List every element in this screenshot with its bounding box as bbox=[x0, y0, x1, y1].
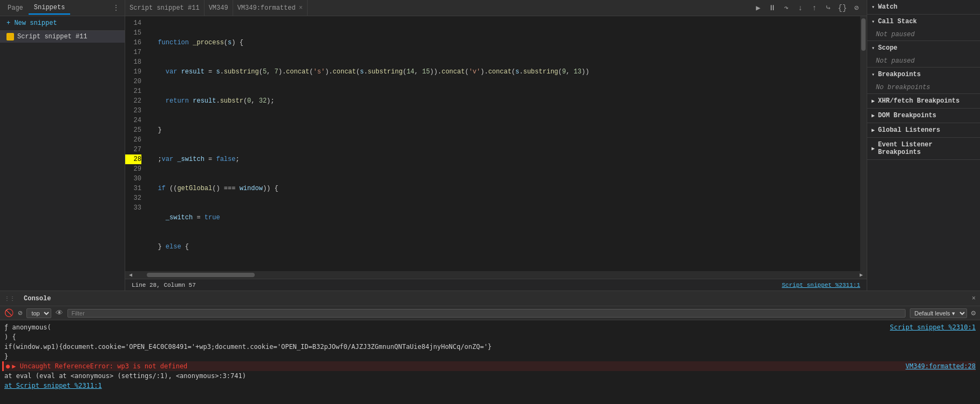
global-section: ▶ Global Listeners bbox=[867, 123, 980, 138]
event-label: Event Listener Breakpoints bbox=[878, 141, 976, 156]
callstack-arrow-icon: ▾ bbox=[872, 18, 875, 25]
pause-button[interactable]: ⏸ bbox=[766, 2, 778, 14]
global-label: Global Listeners bbox=[878, 126, 940, 134]
scope-label: Scope bbox=[878, 44, 897, 52]
code-line-20: _switch = true bbox=[146, 213, 860, 223]
run-snippet-button[interactable]: ▶ bbox=[752, 2, 764, 14]
sidebar-tab-page[interactable]: Page bbox=[2, 2, 29, 14]
bottom-panel: ⋮⋮ Console × 🚫 ⊘ top 👁 Default levels ▾ … bbox=[0, 291, 980, 404]
console-level-selector[interactable]: Default levels ▾ bbox=[910, 308, 967, 318]
vertical-scrollbar[interactable] bbox=[860, 16, 867, 271]
global-header[interactable]: ▶ Global Listeners bbox=[867, 123, 980, 137]
code-line-17: } bbox=[146, 125, 860, 135]
scope-content: Not paused bbox=[867, 55, 980, 67]
xhr-section: ▶ XHR/fetch Breakpoints bbox=[867, 94, 980, 109]
watch-arrow-icon: ▾ bbox=[872, 4, 875, 10]
callstack-label: Call Stack bbox=[878, 18, 917, 25]
callstack-content: Not paused bbox=[867, 29, 980, 41]
watch-label: Watch bbox=[878, 3, 897, 11]
sidebar-more-icon[interactable]: ⋮ bbox=[110, 2, 122, 14]
format-button[interactable]: {} bbox=[836, 2, 848, 14]
callstack-header[interactable]: ▾ Call Stack bbox=[867, 15, 980, 29]
scroll-track[interactable] bbox=[136, 273, 856, 277]
code-line-15: var result = s.substring(5, 7).concat('s… bbox=[146, 67, 860, 77]
scroll-right-button[interactable]: ▶ bbox=[856, 272, 867, 278]
code-line-16: return result.substr(0, 32); bbox=[146, 96, 860, 106]
right-panel: ▾ Watch ▾ Call Stack Not paused ▾ Scope … bbox=[867, 0, 980, 291]
console-prohibit-icon[interactable]: 🚫 bbox=[4, 308, 13, 318]
code-line-14: function _process(s) { bbox=[146, 38, 860, 48]
step-into-button[interactable]: ↓ bbox=[794, 2, 806, 14]
console-gear-icon[interactable]: ⚙ bbox=[971, 308, 976, 318]
console-line-1-link[interactable]: Script snippet %2310:1 bbox=[890, 324, 976, 331]
xhr-header[interactable]: ▶ XHR/fetch Breakpoints bbox=[867, 94, 980, 108]
console-line-3-text: if(window.wp1){document.cookie='OPEN_E4C… bbox=[4, 343, 492, 351]
scope-header[interactable]: ▾ Scope bbox=[867, 41, 980, 55]
console-eye-icon[interactable]: 👁 bbox=[56, 309, 63, 318]
code-status-bar: Line 28, Column 57 Script snippet %2311:… bbox=[125, 279, 867, 291]
breakpoints-arrow-icon: ▾ bbox=[872, 71, 875, 78]
dom-arrow-icon: ▶ bbox=[872, 112, 875, 119]
console-line-2: ) { bbox=[4, 332, 976, 342]
console-title: Console bbox=[24, 295, 51, 302]
code-area: Script snippet #11 VM349 VM349:formatted… bbox=[125, 0, 867, 291]
breakpoints-section: ▾ Breakpoints No breakpoints bbox=[867, 68, 980, 94]
deactivate-button[interactable]: ⊘ bbox=[850, 2, 862, 14]
console-error-sub1-text: at eval (eval at <anonymous> (settings/:… bbox=[4, 372, 246, 380]
console-close-icon[interactable]: × bbox=[972, 295, 976, 302]
step-over-button[interactable]: ↷ bbox=[780, 2, 792, 14]
line-numbers: 14 15 16 17 18 19 20 21 22 23 24 25 26 2… bbox=[125, 16, 146, 271]
horizontal-scrollbar[interactable]: ◀ ▶ bbox=[125, 271, 867, 279]
breakpoints-header[interactable]: ▾ Breakpoints bbox=[867, 68, 980, 82]
tab-vm349formatted[interactable]: VM349:formatted × bbox=[233, 0, 308, 16]
tab-close-icon[interactable]: × bbox=[299, 4, 303, 12]
tab-snippet11[interactable]: Script snippet #11 bbox=[125, 0, 205, 16]
console-toolbar: 🚫 ⊘ top 👁 Default levels ▾ ⚙ bbox=[0, 306, 980, 320]
console-line-4-text: } bbox=[4, 353, 8, 360]
global-arrow-icon: ▶ bbox=[872, 127, 875, 133]
code-content[interactable]: function _process(s) { var result = s.su… bbox=[146, 16, 860, 271]
breakpoints-label: Breakpoints bbox=[878, 71, 921, 78]
sidebar-tab-snippets[interactable]: Snippets bbox=[29, 2, 71, 15]
step-next-button[interactable]: ⤷ bbox=[822, 2, 834, 14]
console-line-4: } bbox=[4, 352, 976, 361]
scope-section: ▾ Scope Not paused bbox=[867, 41, 980, 68]
console-filter-input[interactable] bbox=[67, 309, 905, 318]
tab-vm349-label: VM349 bbox=[209, 4, 228, 12]
code-line-18: ;var _switch = false; bbox=[146, 154, 860, 164]
scope-arrow-icon: ▾ bbox=[872, 45, 875, 51]
console-error-link[interactable]: VM349:formatted:28 bbox=[906, 362, 976, 370]
code-link[interactable]: Script snippet %2311:1 bbox=[782, 282, 860, 288]
code-line-21: } else { bbox=[146, 242, 860, 252]
cursor-position: Line 28, Column 57 bbox=[132, 282, 196, 288]
event-header[interactable]: ▶ Event Listener Breakpoints bbox=[867, 138, 980, 159]
code-line-19: if ((getGlobal() === window)) { bbox=[146, 184, 860, 193]
console-error-text: ▶ Uncaught ReferenceError: wp3 is not de… bbox=[12, 362, 187, 370]
dom-section: ▶ DOM Breakpoints bbox=[867, 109, 980, 123]
console-context-selector[interactable]: top bbox=[26, 308, 51, 318]
console-header: ⋮⋮ Console × bbox=[0, 291, 980, 306]
tab-vm349[interactable]: VM349 bbox=[205, 0, 233, 16]
sidebar-tabs: Page Snippets ⋮ bbox=[0, 0, 125, 16]
new-snippet-button[interactable]: + New snippet bbox=[0, 16, 125, 31]
dom-label: DOM Breakpoints bbox=[878, 112, 936, 119]
tab-actions: ▶ ⏸ ↷ ↓ ↑ ⤷ {} ⊘ bbox=[748, 2, 867, 14]
scroll-left-button[interactable]: ◀ bbox=[125, 272, 136, 278]
console-error-sub2-text: at Script snippet %2311:1 bbox=[4, 382, 102, 389]
console-drag-icon: ⋮⋮ bbox=[4, 295, 15, 302]
event-arrow-icon: ▶ bbox=[872, 145, 875, 152]
watch-header[interactable]: ▾ Watch bbox=[867, 0, 980, 14]
tab-vm349formatted-label: VM349:formatted bbox=[237, 4, 296, 12]
console-refresh-icon[interactable]: ⊘ bbox=[18, 308, 22, 318]
tab-snippet11-label: Script snippet #11 bbox=[130, 4, 200, 12]
watch-section: ▾ Watch bbox=[867, 0, 980, 15]
snippet-item[interactable]: Script snippet #11 bbox=[0, 31, 125, 43]
step-out-button[interactable]: ↑ bbox=[808, 2, 820, 14]
scroll-thumb[interactable] bbox=[147, 273, 255, 277]
xhr-label: XHR/fetch Breakpoints bbox=[878, 97, 959, 105]
console-content[interactable]: ƒ anonymous( Script snippet %2310:1 ) { … bbox=[0, 320, 980, 404]
console-line-1: ƒ anonymous( Script snippet %2310:1 bbox=[4, 322, 976, 332]
console-line-2-text: ) { bbox=[4, 333, 16, 341]
snippet-icon bbox=[6, 33, 14, 41]
dom-header[interactable]: ▶ DOM Breakpoints bbox=[867, 109, 980, 123]
